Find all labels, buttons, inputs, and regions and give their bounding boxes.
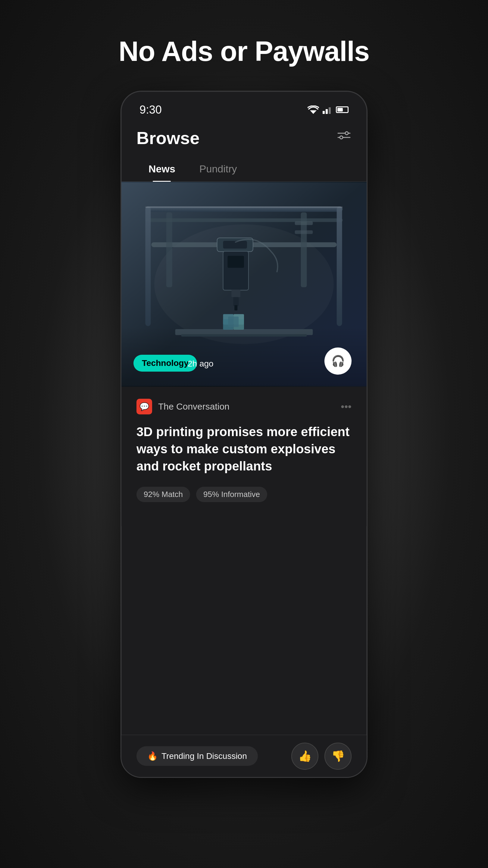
filter-button[interactable] (336, 131, 352, 145)
signal-icon (323, 105, 332, 114)
status-bar: 9:30 (121, 92, 367, 122)
page-headline: No Ads or Paywalls (119, 36, 369, 67)
source-row: 💬 The Conversation ••• (136, 399, 352, 414)
like-button[interactable]: 👍 (291, 743, 318, 770)
svg-rect-18 (227, 256, 244, 268)
battery-icon (336, 106, 349, 113)
tabs-container: News Punditry (121, 157, 367, 182)
fire-icon: 🔥 (147, 751, 158, 761)
status-icons (307, 105, 349, 114)
thumbs-up-icon: 👍 (298, 750, 312, 763)
svg-rect-1 (323, 111, 325, 114)
tab-news[interactable]: News (136, 157, 187, 181)
svg-rect-2 (326, 109, 328, 114)
svg-rect-32 (166, 213, 172, 287)
source-logo-icon: 💬 (139, 402, 149, 411)
tab-punditry[interactable]: Punditry (187, 157, 249, 181)
svg-rect-3 (329, 107, 331, 114)
svg-point-5 (345, 132, 348, 135)
source-logo: 💬 (136, 399, 152, 414)
trending-button[interactable]: 🔥 Trending In Discussion (136, 746, 258, 766)
app-header: Browse (121, 122, 367, 157)
svg-rect-28 (228, 316, 238, 327)
source-info: 💬 The Conversation (136, 399, 230, 414)
svg-rect-11 (145, 218, 343, 222)
audio-button[interactable]: 🎧 (324, 347, 352, 375)
tag-informative: 95% Informative (196, 487, 267, 502)
article-image: Technology 2h ago 🎧 (121, 182, 367, 387)
headphones-icon: 🎧 (331, 355, 345, 367)
svg-rect-33 (145, 207, 343, 208)
svg-marker-0 (310, 110, 317, 114)
wifi-icon (307, 105, 319, 114)
thumbs-down-icon: 👎 (331, 750, 345, 763)
article-time-ago: 2h ago (188, 359, 214, 369)
source-name: The Conversation (158, 401, 230, 412)
article-content: 💬 The Conversation ••• 3D printing promi… (121, 387, 367, 526)
action-buttons: 👍 👎 (291, 743, 352, 770)
trending-label: Trending In Discussion (161, 751, 247, 761)
svg-rect-31 (295, 230, 313, 234)
svg-point-7 (340, 136, 343, 139)
bottom-bar: 🔥 Trending In Discussion 👍 👎 (121, 735, 367, 777)
article-tags: 92% Match 95% Informative (136, 487, 352, 502)
svg-rect-21 (234, 305, 237, 311)
tag-match: 92% Match (136, 487, 190, 502)
dislike-button[interactable]: 👎 (324, 743, 352, 770)
svg-rect-30 (295, 221, 313, 225)
svg-rect-20 (233, 297, 238, 306)
status-time: 9:30 (139, 103, 162, 116)
svg-rect-19 (231, 290, 240, 297)
svg-rect-13 (337, 207, 342, 326)
phone-mockup: 9:30 Browse (121, 91, 367, 778)
app-title: Browse (136, 128, 200, 148)
more-options-button[interactable]: ••• (341, 401, 352, 412)
svg-rect-12 (145, 207, 151, 326)
article-title[interactable]: 3D printing promises more efficient ways… (136, 424, 352, 475)
